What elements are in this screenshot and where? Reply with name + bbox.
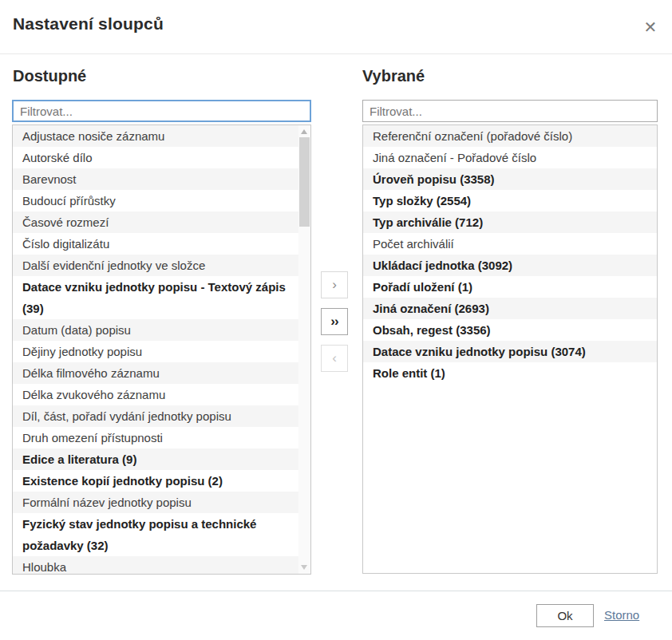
list-item[interactable]: Další evidenční jednotky ve složce [13,255,298,276]
list-item[interactable]: Jiná označení - Pořadové číslo [363,147,657,168]
selected-list-items: Referenční označení (pořadové číslo)Jiná… [363,125,657,384]
list-item[interactable]: Datace vzniku jednotky popisu (3074) [363,341,657,362]
list-item[interactable]: Časové rozmezí [13,211,298,233]
list-item[interactable]: Druh omezení přístupnosti [13,427,298,448]
selected-filter-input[interactable] [362,100,658,122]
list-item[interactable]: Jiná označení (2693) [363,298,657,319]
available-list-scrollbar[interactable] [298,125,310,574]
list-item[interactable]: Obsah, regest (3356) [363,319,657,341]
cancel-link[interactable]: Storno [604,608,639,622]
list-item[interactable]: Typ složky (2554) [363,190,657,211]
column-settings-dialog: Nastavení sloupců ✕ Dostupné Vybrané Adj… [0,0,672,640]
list-item[interactable]: Délka zvukového záznamu [13,384,298,405]
scroll-thumb[interactable] [299,137,310,227]
move-right-button[interactable]: › [321,271,348,298]
list-item[interactable]: Číslo digitalizátu [13,233,298,255]
list-item[interactable]: Úroveň popisu (3358) [363,168,657,190]
list-item[interactable]: Díl, část, pořadí vydání jednotky popisu [13,405,298,427]
selected-heading: Vybrané [362,67,425,85]
list-item[interactable]: Referenční označení (pořadové číslo) [363,125,657,147]
header-divider [0,53,672,54]
list-item[interactable]: Počet archiválií [363,233,657,255]
available-heading: Dostupné [13,67,86,85]
available-list: Adjustace nosiče záznamuAutorské díloBar… [12,124,311,575]
list-item[interactable]: Role entit (1) [363,362,657,384]
available-filter-input[interactable] [12,100,311,122]
footer-divider [0,591,672,591]
scroll-down-icon[interactable] [298,562,310,574]
available-list-items: Adjustace nosiče záznamuAutorské díloBar… [13,125,298,575]
move-all-right-button[interactable]: ›› [321,308,348,335]
list-item[interactable]: Hloubka [13,556,298,575]
dialog-title: Nastavení sloupců [13,14,164,34]
close-icon[interactable]: ✕ [641,18,660,37]
move-left-button[interactable]: ‹ [321,345,348,372]
list-item[interactable]: Datace vzniku jednotky popisu - Textový … [13,276,298,319]
list-item[interactable]: Adjustace nosiče záznamu [13,125,298,147]
list-item[interactable]: Datum (data) popisu [13,319,298,341]
list-item[interactable]: Dějiny jednotky popisu [13,341,298,362]
list-item[interactable]: Existence kopií jednotky popisu (2) [13,470,298,492]
list-item[interactable]: Formální název jednotky popisu [13,492,298,513]
list-item[interactable]: Typ archiválie (712) [363,211,657,233]
list-item[interactable]: Délka filmového záznamu [13,362,298,384]
scroll-up-icon[interactable] [298,125,310,137]
list-item[interactable]: Fyzický stav jednotky popisu a technické… [13,513,298,556]
list-item[interactable]: Edice a literatura (9) [13,448,298,470]
list-item[interactable]: Barevnost [13,168,298,190]
list-item[interactable]: Autorské dílo [13,147,298,168]
list-item[interactable]: Pořadí uložení (1) [363,276,657,298]
ok-button[interactable]: Ok [536,604,594,627]
list-item[interactable]: Ukládací jednotka (3092) [363,255,657,276]
list-item[interactable]: Budoucí přírůstky [13,190,298,211]
selected-list: Referenční označení (pořadové číslo)Jiná… [362,124,658,574]
